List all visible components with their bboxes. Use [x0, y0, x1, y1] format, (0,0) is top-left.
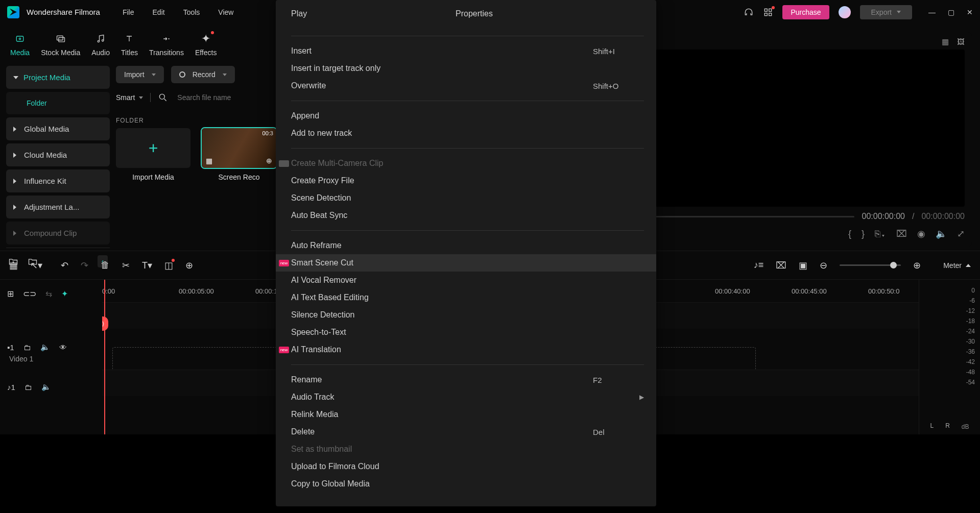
- import-media-tile[interactable]: + Import Media: [116, 128, 190, 181]
- cm-item-scene-detection[interactable]: Scene Detection: [276, 189, 656, 207]
- cm-item-upload-to-filmora-cloud[interactable]: Upload to Filmora Cloud: [276, 458, 656, 475]
- avatar[interactable]: [839, 6, 851, 18]
- cm-item-smart-scene-cut[interactable]: newSmart Scene Cut: [276, 254, 656, 272]
- cm-item-ai-translation[interactable]: newAI Translation: [276, 341, 656, 358]
- marker-icon[interactable]: ✦: [61, 289, 68, 299]
- cm-item-label: Add to new track: [291, 129, 644, 138]
- menu-view[interactable]: View: [218, 8, 233, 16]
- mark-in-icon[interactable]: {: [848, 229, 851, 239]
- cm-item-silence-detection[interactable]: Silence Detection: [276, 306, 656, 324]
- tab-audio[interactable]: Audio: [91, 32, 110, 57]
- picture-icon[interactable]: 🖼: [957, 37, 965, 46]
- delete-button[interactable]: 🗑: [101, 260, 110, 271]
- fullscreen-icon[interactable]: ⤢: [957, 228, 965, 239]
- media-clip-tile[interactable]: 00:3 ▦ ⊕ Screen Reco: [202, 128, 276, 181]
- tab-media[interactable]: Media: [10, 32, 30, 57]
- cm-item-auto-beat-sync[interactable]: Auto Beat Sync: [276, 207, 656, 224]
- add-to-timeline-icon[interactable]: ⊕: [266, 157, 272, 165]
- zoom-in-button[interactable]: ⊕: [913, 260, 921, 271]
- folder-icon[interactable]: 🗀: [23, 343, 31, 352]
- redo-button[interactable]: ↷: [81, 260, 88, 271]
- meter-toggle[interactable]: Meter: [943, 261, 971, 270]
- render-icon[interactable]: ⌧: [776, 260, 786, 271]
- cm-item-insert-in-target-track-only[interactable]: Insert in target track only: [276, 60, 656, 77]
- chevron-down-icon: [152, 74, 156, 76]
- cm-item-ai-text-based-editing[interactable]: AI Text Based Editing: [276, 289, 656, 306]
- mark-out-icon[interactable]: }: [862, 229, 865, 239]
- split-icon[interactable]: ✂: [122, 260, 130, 271]
- text-icon[interactable]: T▾: [142, 260, 152, 271]
- sync-icon[interactable]: ⇆: [45, 289, 52, 299]
- crop-icon[interactable]: ◫: [164, 260, 173, 271]
- folder-icon[interactable]: 🗀: [25, 383, 32, 392]
- sidebar-item-adjustment-layer[interactable]: Adjustment La...: [6, 196, 110, 218]
- cm-play[interactable]: Play: [291, 9, 456, 18]
- cm-item-rename[interactable]: RenameF2: [276, 371, 656, 388]
- undo-button[interactable]: ↶: [61, 260, 68, 271]
- audio-track-icon[interactable]: ♪1: [7, 383, 15, 392]
- select-tool-icon[interactable]: ↖▾: [30, 260, 42, 271]
- cm-item-insert[interactable]: InsertShift+I: [276, 42, 656, 60]
- export-button[interactable]: Export: [860, 5, 912, 19]
- minimize-button[interactable]: —: [928, 8, 936, 16]
- tab-effects[interactable]: ✦ Effects: [195, 32, 217, 57]
- cm-item-append[interactable]: Append: [276, 107, 656, 125]
- apps-icon[interactable]: [763, 7, 773, 17]
- cm-item-overwrite[interactable]: OverwriteShift+O: [276, 77, 656, 94]
- sidebar-item-folder[interactable]: Folder: [6, 92, 110, 114]
- menu-divider: [291, 364, 644, 365]
- snapshot-icon[interactable]: ◉: [917, 228, 925, 239]
- cm-item-relink-media[interactable]: Relink Media: [276, 406, 656, 423]
- cm-item-add-to-new-track[interactable]: Add to new track: [276, 125, 656, 142]
- playhead[interactable]: [104, 280, 105, 434]
- mute-icon[interactable]: 🔈: [41, 382, 51, 392]
- tab-stock-media[interactable]: Stock Media: [41, 32, 80, 57]
- sidebar-item-project-media[interactable]: Project Media: [6, 66, 110, 89]
- cm-item-auto-reframe[interactable]: Auto Reframe: [276, 237, 656, 254]
- record-dropdown[interactable]: Record: [171, 66, 235, 83]
- cm-item-delete[interactable]: DeleteDel: [276, 423, 656, 441]
- smart-filter-dropdown[interactable]: Smart: [116, 91, 143, 104]
- grid-view-icon[interactable]: ▦: [942, 37, 949, 46]
- maximize-button[interactable]: ▢: [948, 8, 954, 16]
- sidebar-item-cloud-media[interactable]: Cloud Media: [6, 143, 110, 166]
- marker-list-icon[interactable]: ⎘▾: [875, 229, 886, 239]
- headset-icon[interactable]: [744, 7, 754, 17]
- audio-mix-icon[interactable]: ♪≡: [754, 260, 764, 271]
- zoom-out-button[interactable]: ⊖: [820, 260, 827, 271]
- visibility-icon[interactable]: 👁: [59, 343, 67, 352]
- svg-rect-6: [57, 36, 63, 40]
- cm-item-create-proxy-file[interactable]: Create Proxy File: [276, 172, 656, 189]
- mute-icon[interactable]: 🔈: [40, 343, 50, 352]
- display-icon[interactable]: ⌧: [896, 228, 907, 239]
- import-dropdown[interactable]: Import: [116, 66, 164, 83]
- ruler-mark: 00:00:05:00: [179, 287, 255, 295]
- video-track-icon[interactable]: ▪1: [7, 343, 14, 352]
- cm-item-ai-vocal-remover[interactable]: AI Vocal Remover: [276, 272, 656, 289]
- app-name: Wondershare Filmora: [27, 8, 100, 16]
- zoom-knob[interactable]: [890, 262, 897, 268]
- menu-tools[interactable]: Tools: [183, 8, 200, 16]
- close-button[interactable]: ✕: [967, 8, 973, 16]
- search-input[interactable]: [175, 90, 276, 105]
- cm-item-copy-to-global-media[interactable]: Copy to Global Media: [276, 475, 656, 493]
- cm-properties[interactable]: Properties: [456, 9, 493, 18]
- effects-tool-icon[interactable]: ⊕: [185, 260, 193, 271]
- layout-icon[interactable]: ▦: [9, 260, 18, 271]
- insert-mode-icon[interactable]: ⊞: [7, 289, 14, 299]
- tab-transitions[interactable]: Transitions: [149, 32, 184, 57]
- cm-item-speech-to-text[interactable]: Speech-to-Text: [276, 324, 656, 341]
- zoom-slider[interactable]: [840, 264, 901, 266]
- menu-edit[interactable]: Edit: [153, 8, 165, 16]
- link-icon[interactable]: ⊂⊃: [23, 289, 36, 299]
- sidebar-item-global-media[interactable]: Global Media: [6, 117, 110, 140]
- purchase-button[interactable]: Purchase: [782, 5, 829, 19]
- sidebar-item-compound-clip[interactable]: Compound Clip: [6, 222, 110, 245]
- sidebar-item-influence-kit[interactable]: Influence Kit: [6, 169, 110, 192]
- menu-file[interactable]: File: [123, 8, 134, 16]
- cm-item-audio-track[interactable]: Audio Track▶: [276, 388, 656, 406]
- clip-thumbnail: 00:3 ▦ ⊕: [202, 128, 276, 168]
- tab-titles[interactable]: Titles: [121, 32, 138, 57]
- fit-icon[interactable]: ▣: [799, 260, 807, 271]
- volume-icon[interactable]: 🔈: [936, 228, 947, 239]
